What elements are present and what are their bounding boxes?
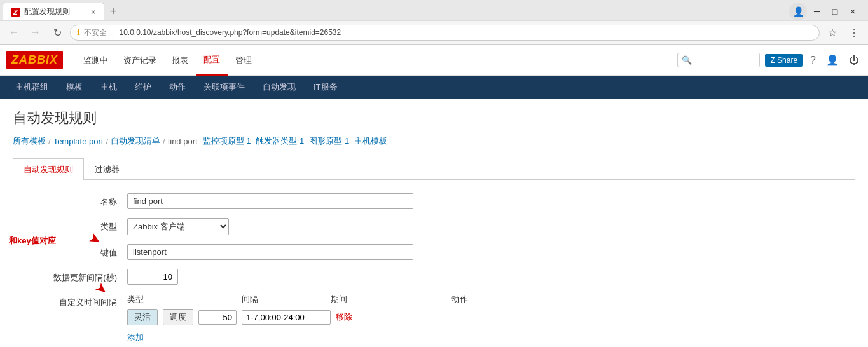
nav-hosts[interactable]: 主机 xyxy=(92,76,126,98)
breadcrumb-host-template[interactable]: 主机模板 xyxy=(354,135,387,147)
nav-config[interactable]: 配置 xyxy=(196,45,228,76)
breadcrumb-template-port[interactable]: Template port xyxy=(53,137,104,146)
name-input[interactable] xyxy=(127,193,413,209)
nav-monitor[interactable]: 监测中 xyxy=(76,46,116,75)
add-interval-link[interactable]: 添加 xyxy=(127,332,144,343)
address-text: 10.0.0.10/zabbix/host_discovery.php?form… xyxy=(120,28,813,37)
col-header-interval: 间隔 xyxy=(242,294,318,305)
nav-assets[interactable]: 资产记录 xyxy=(116,46,164,75)
interval-row-1: 灵活 调度 移除 xyxy=(127,309,585,325)
form-tabs: 自动发现规则 过滤器 xyxy=(13,157,855,180)
tab-favicon: Z xyxy=(11,8,20,17)
search-icon: 🔍 xyxy=(682,55,692,65)
name-row: 名称 xyxy=(13,193,585,209)
type-control: Zabbix 客户端SNMP v1SNMP v2cSNMP v3Zabbix 内… xyxy=(127,218,585,235)
top-nav: 监测中 资产记录 报表 配置 管理 xyxy=(76,45,677,76)
search-input[interactable] xyxy=(692,55,755,65)
breadcrumb-trigger-type[interactable]: 触发器类型 1 xyxy=(256,135,304,147)
type-label: 类型 xyxy=(13,218,127,233)
nav-it-services[interactable]: IT服务 xyxy=(305,76,347,98)
nav-templates[interactable]: 模板 xyxy=(57,76,92,98)
zabbix-logo: ZABBIX xyxy=(6,51,63,69)
share-button[interactable]: Z Share xyxy=(765,54,803,67)
nav-actions[interactable]: 动作 xyxy=(160,76,195,98)
interval-type-flexible[interactable]: 灵活 xyxy=(127,309,158,325)
custom-interval-row: 自定义时间间隔 类型 间隔 期间 动作 灵活 调度 xyxy=(13,294,585,343)
security-icon: ℹ xyxy=(77,28,80,37)
custom-interval-control: 类型 间隔 期间 动作 灵活 调度 移除 添加 xyxy=(127,294,585,343)
tab-close-button[interactable]: × xyxy=(91,7,96,17)
annotation-container: 和key值对应 xyxy=(9,235,56,247)
col-header-type: 类型 xyxy=(127,294,203,305)
new-tab-button[interactable]: + xyxy=(104,3,122,20)
breadcrumb-all-templates[interactable]: 所有模板 xyxy=(13,135,46,147)
menu-button[interactable]: ⋮ xyxy=(845,24,863,41)
breadcrumb-discovery-list[interactable]: 自动发现清单 xyxy=(111,135,160,147)
breadcrumb-find-port: find port xyxy=(168,137,198,146)
annotation-text: 和key值对应 xyxy=(9,236,56,245)
tab-title: 配置发现规则 xyxy=(24,6,86,17)
nav-discovery[interactable]: 自动发现 xyxy=(254,76,305,98)
breadcrumb: 所有模板 / Template port / 自动发现清单 / find por… xyxy=(13,135,855,147)
close-button[interactable]: × xyxy=(845,4,860,19)
name-control xyxy=(127,193,585,209)
interval-type-schedule[interactable]: 调度 xyxy=(163,309,193,325)
nav-reports[interactable]: 报表 xyxy=(164,46,196,75)
breadcrumb-monitor-proto[interactable]: 监控项原型 1 xyxy=(203,135,251,147)
tab-filter[interactable]: 过滤器 xyxy=(84,158,130,180)
help-button[interactable]: ? xyxy=(808,52,818,69)
account-icon[interactable]: 👤 xyxy=(789,3,807,20)
second-nav: 主机群组 模板 主机 维护 动作 关联项事件 自动发现 IT服务 xyxy=(0,76,868,99)
key-input[interactable] xyxy=(127,244,413,260)
interval-input[interactable] xyxy=(127,269,178,285)
page-title: 自动发现规则 xyxy=(13,109,855,128)
minimize-button[interactable]: ─ xyxy=(809,4,825,19)
tab-discovery-rules[interactable]: 自动发现规则 xyxy=(13,158,84,180)
breadcrumb-graph-proto[interactable]: 图形原型 1 xyxy=(309,135,349,147)
col-header-period: 期间 xyxy=(331,294,432,305)
custom-interval-label: 自定义时间间隔 xyxy=(13,294,127,308)
address-bar[interactable]: ℹ 不安全 │ 10.0.0.10/zabbix/host_discovery.… xyxy=(70,25,820,41)
interval-row: 数据更新间隔(秒) ➤ xyxy=(13,269,585,285)
interval-label: 数据更新间隔(秒) xyxy=(13,269,127,283)
back-button[interactable]: ← xyxy=(5,24,23,41)
period-value-input[interactable] xyxy=(242,310,331,325)
forward-button[interactable]: → xyxy=(27,24,45,41)
bookmark-button[interactable]: ☆ xyxy=(823,24,841,41)
nav-maintenance[interactable]: 维护 xyxy=(126,76,160,98)
reload-button[interactable]: ↻ xyxy=(48,24,66,41)
power-button[interactable]: ⏻ xyxy=(846,52,862,69)
nav-correlations[interactable]: 关联项事件 xyxy=(195,76,254,98)
nav-admin[interactable]: 管理 xyxy=(228,46,259,75)
address-prefix: 不安全 xyxy=(84,27,107,38)
nav-host-groups[interactable]: 主机群组 xyxy=(6,76,57,98)
form-section: 名称 类型 Zabbix 客户端SNMP v1SNMP v2cSNMP v3Za… xyxy=(13,193,585,347)
key-control xyxy=(127,244,585,260)
remove-link[interactable]: 移除 xyxy=(336,311,352,323)
type-select[interactable]: Zabbix 客户端SNMP v1SNMP v2cSNMP v3Zabbix 内… xyxy=(127,218,229,235)
restore-button[interactable]: □ xyxy=(827,4,843,19)
col-header-action: 动作 xyxy=(451,294,490,305)
interval-control xyxy=(127,269,585,285)
user-button[interactable]: 👤 xyxy=(823,51,841,69)
search-box[interactable]: 🔍 xyxy=(677,53,760,67)
interval-value-input[interactable] xyxy=(198,310,237,325)
key-row: 键值 xyxy=(13,244,585,260)
browser-tab[interactable]: Z 配置发现规则 × xyxy=(3,3,104,20)
type-row: 类型 Zabbix 客户端SNMP v1SNMP v2cSNMP v3Zabbi… xyxy=(13,218,585,235)
name-label: 名称 xyxy=(13,193,127,208)
